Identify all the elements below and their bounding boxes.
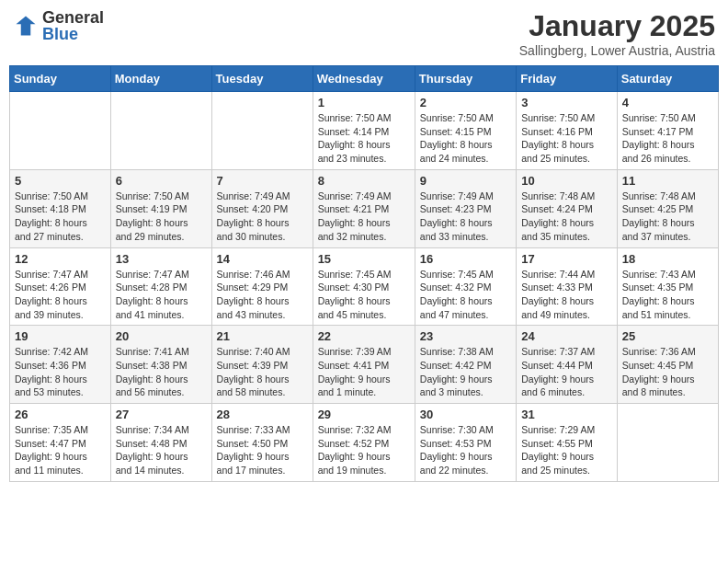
day-number: 25 [622,329,713,343]
page-header: General Blue January 2025 Sallingberg, L… [9,9,719,58]
day-info: Sunrise: 7:45 AM Sunset: 4:32 PM Dayligh… [420,268,511,322]
calendar-cell: 27Sunrise: 7:34 AM Sunset: 4:48 PM Dayli… [110,404,211,482]
calendar-cell: 3Sunrise: 7:50 AM Sunset: 4:16 PM Daylig… [517,92,618,170]
calendar-cell [110,92,211,170]
calendar-week-4: 19Sunrise: 7:42 AM Sunset: 4:36 PM Dayli… [10,326,719,404]
calendar-cell: 8Sunrise: 7:49 AM Sunset: 4:21 PM Daylig… [313,169,415,247]
day-number: 23 [420,329,511,343]
svg-marker-0 [17,17,36,36]
calendar-cell: 26Sunrise: 7:35 AM Sunset: 4:47 PM Dayli… [10,404,111,482]
day-info: Sunrise: 7:35 AM Sunset: 4:47 PM Dayligh… [15,423,106,477]
logo-text: General Blue [42,9,104,42]
day-info: Sunrise: 7:47 AM Sunset: 4:28 PM Dayligh… [116,268,207,322]
day-info: Sunrise: 7:39 AM Sunset: 4:41 PM Dayligh… [318,345,410,399]
day-number: 27 [116,408,207,421]
calendar-cell: 4Sunrise: 7:50 AM Sunset: 4:17 PM Daylig… [617,92,718,170]
day-info: Sunrise: 7:48 AM Sunset: 4:25 PM Dayligh… [622,190,713,244]
calendar-cell: 9Sunrise: 7:49 AM Sunset: 4:23 PM Daylig… [415,169,516,247]
day-info: Sunrise: 7:29 AM Sunset: 4:55 PM Dayligh… [521,423,612,477]
day-number: 7 [217,174,308,188]
weekday-header-friday: Friday [517,66,618,92]
day-number: 4 [622,96,713,109]
day-info: Sunrise: 7:38 AM Sunset: 4:42 PM Dayligh… [420,345,511,399]
calendar-cell: 7Sunrise: 7:49 AM Sunset: 4:20 PM Daylig… [211,169,313,247]
calendar-cell: 18Sunrise: 7:43 AM Sunset: 4:35 PM Dayli… [617,247,718,326]
calendar-cell: 2Sunrise: 7:50 AM Sunset: 4:15 PM Daylig… [415,92,516,170]
weekday-header-wednesday: Wednesday [313,66,415,92]
day-number: 16 [420,252,511,266]
day-number: 18 [622,252,713,266]
day-info: Sunrise: 7:45 AM Sunset: 4:30 PM Dayligh… [318,268,410,322]
day-info: Sunrise: 7:48 AM Sunset: 4:24 PM Dayligh… [521,190,612,244]
logo-general-text: General [42,9,104,26]
month-title: January 2025 [519,9,715,43]
day-info: Sunrise: 7:41 AM Sunset: 4:38 PM Dayligh… [116,345,207,399]
weekday-row: SundayMondayTuesdayWednesdayThursdayFrid… [10,66,719,92]
day-info: Sunrise: 7:50 AM Sunset: 4:15 PM Dayligh… [420,111,511,166]
day-number: 15 [318,252,410,266]
day-number: 14 [217,252,308,266]
title-block: January 2025 Sallingberg, Lower Austria,… [519,9,715,58]
calendar-cell: 28Sunrise: 7:33 AM Sunset: 4:50 PM Dayli… [211,404,313,482]
calendar-cell: 16Sunrise: 7:45 AM Sunset: 4:32 PM Dayli… [415,247,516,326]
calendar-body: 1Sunrise: 7:50 AM Sunset: 4:14 PM Daylig… [10,92,719,482]
calendar-week-5: 26Sunrise: 7:35 AM Sunset: 4:47 PM Dayli… [10,404,719,482]
calendar-cell: 17Sunrise: 7:44 AM Sunset: 4:33 PM Dayli… [517,247,618,326]
day-info: Sunrise: 7:30 AM Sunset: 4:53 PM Dayligh… [420,423,511,477]
day-info: Sunrise: 7:42 AM Sunset: 4:36 PM Dayligh… [15,345,106,399]
calendar-cell: 21Sunrise: 7:40 AM Sunset: 4:39 PM Dayli… [211,326,313,404]
logo-blue-text: Blue [42,26,104,42]
day-info: Sunrise: 7:49 AM Sunset: 4:23 PM Dayligh… [420,190,511,244]
calendar-cell: 5Sunrise: 7:50 AM Sunset: 4:18 PM Daylig… [10,169,111,247]
calendar-cell [10,92,111,170]
weekday-header-saturday: Saturday [617,66,718,92]
weekday-header-tuesday: Tuesday [211,66,313,92]
day-number: 9 [420,174,511,188]
calendar-cell: 31Sunrise: 7:29 AM Sunset: 4:55 PM Dayli… [517,404,618,482]
weekday-header-sunday: Sunday [10,66,111,92]
calendar-cell: 19Sunrise: 7:42 AM Sunset: 4:36 PM Dayli… [10,326,111,404]
day-number: 17 [521,252,612,266]
day-number: 31 [521,408,612,421]
calendar-cell: 23Sunrise: 7:38 AM Sunset: 4:42 PM Dayli… [415,326,516,404]
day-number: 19 [15,329,106,343]
weekday-header-monday: Monday [110,66,211,92]
calendar-week-2: 5Sunrise: 7:50 AM Sunset: 4:18 PM Daylig… [10,169,719,247]
calendar-cell: 14Sunrise: 7:46 AM Sunset: 4:29 PM Dayli… [211,247,313,326]
calendar-cell [617,404,718,482]
logo: General Blue [13,9,104,42]
day-number: 6 [116,174,207,188]
day-info: Sunrise: 7:50 AM Sunset: 4:14 PM Dayligh… [318,111,410,166]
day-number: 12 [15,252,106,266]
day-number: 10 [521,174,612,188]
day-info: Sunrise: 7:43 AM Sunset: 4:35 PM Dayligh… [622,268,713,322]
day-number: 21 [217,329,308,343]
day-number: 1 [318,96,410,109]
day-number: 26 [15,408,106,421]
day-number: 8 [318,174,410,188]
day-info: Sunrise: 7:37 AM Sunset: 4:44 PM Dayligh… [521,345,612,399]
calendar-cell: 11Sunrise: 7:48 AM Sunset: 4:25 PM Dayli… [617,169,718,247]
day-info: Sunrise: 7:40 AM Sunset: 4:39 PM Dayligh… [217,345,308,399]
calendar-table: SundayMondayTuesdayWednesdayThursdayFrid… [9,65,719,482]
day-info: Sunrise: 7:49 AM Sunset: 4:20 PM Dayligh… [217,190,308,244]
calendar-header: SundayMondayTuesdayWednesdayThursdayFrid… [10,66,719,92]
day-info: Sunrise: 7:50 AM Sunset: 4:18 PM Dayligh… [15,190,106,244]
calendar-cell: 6Sunrise: 7:50 AM Sunset: 4:19 PM Daylig… [110,169,211,247]
day-number: 11 [622,174,713,188]
calendar-cell [211,92,313,170]
calendar-cell: 1Sunrise: 7:50 AM Sunset: 4:14 PM Daylig… [313,92,415,170]
calendar-week-3: 12Sunrise: 7:47 AM Sunset: 4:26 PM Dayli… [10,247,719,326]
day-info: Sunrise: 7:33 AM Sunset: 4:50 PM Dayligh… [217,423,308,477]
weekday-header-thursday: Thursday [415,66,516,92]
day-number: 2 [420,96,511,109]
day-info: Sunrise: 7:34 AM Sunset: 4:48 PM Dayligh… [116,423,207,477]
calendar-cell: 15Sunrise: 7:45 AM Sunset: 4:30 PM Dayli… [313,247,415,326]
calendar-cell: 29Sunrise: 7:32 AM Sunset: 4:52 PM Dayli… [313,404,415,482]
day-info: Sunrise: 7:32 AM Sunset: 4:52 PM Dayligh… [318,423,410,477]
day-info: Sunrise: 7:50 AM Sunset: 4:19 PM Dayligh… [116,190,207,244]
day-number: 24 [521,329,612,343]
day-number: 3 [521,96,612,109]
day-info: Sunrise: 7:46 AM Sunset: 4:29 PM Dayligh… [217,268,308,322]
day-number: 5 [15,174,106,188]
